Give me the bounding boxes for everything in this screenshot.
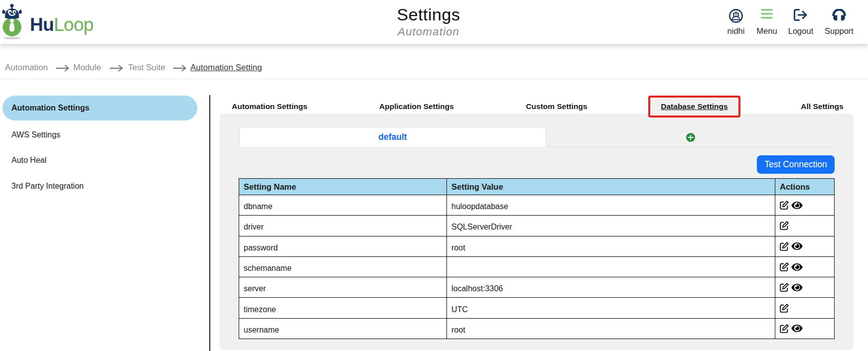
svg-text:HuLoop: HuLoop [30, 14, 94, 35]
